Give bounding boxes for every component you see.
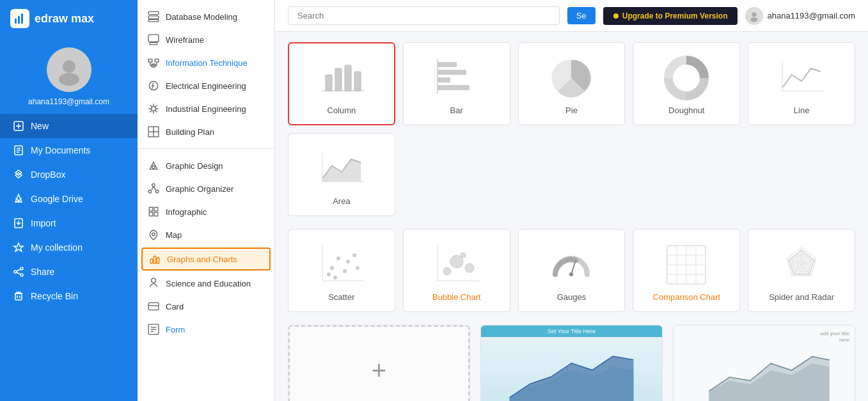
svg-rect-61 — [149, 212, 153, 216]
chart-type-doughnut[interactable]: Doughnut — [633, 42, 740, 125]
svg-rect-78 — [345, 65, 351, 91]
middle-nav-item-industrial-engineering[interactable]: Industrial Engineering — [138, 97, 274, 120]
chart-type-spider[interactable]: Spider and Radar — [748, 229, 855, 312]
chart-type-bar[interactable]: Bar — [403, 42, 510, 125]
svg-line-57 — [152, 187, 154, 191]
middle-nav-item-graphic-organizer[interactable]: Graphic Organizer — [138, 177, 274, 200]
middle-nav-item-map[interactable]: Map — [138, 223, 274, 246]
user-email: ahana1193@gmail.com — [767, 11, 855, 20]
area-label: Area — [333, 196, 350, 206]
chart-type-line[interactable]: Line — [748, 42, 855, 125]
middle-nav-item-database-modeling[interactable]: Database Modeling — [138, 5, 274, 28]
svg-rect-33 — [148, 59, 152, 62]
svg-rect-77 — [335, 68, 342, 91]
svg-rect-34 — [155, 59, 159, 62]
middle-nav-item-science-and-education[interactable]: Science and Education — [138, 272, 274, 295]
svg-point-93 — [330, 266, 334, 270]
middle-nav-item-wireframe[interactable]: Wireframe — [138, 28, 274, 51]
svg-marker-19 — [14, 243, 23, 251]
chart-type-column[interactable]: Column — [288, 42, 395, 125]
template-area-energy[interactable]: Set Your Title Here Area Chart - Energy … — [480, 325, 663, 401]
topbar: Se Upgrade to Premium Version ahana1193@… — [275, 0, 868, 32]
middle-nav-label: Card — [166, 302, 184, 311]
chart-area: Column Bar — [275, 32, 868, 401]
svg-rect-76 — [326, 75, 332, 91]
svg-rect-79 — [354, 72, 361, 91]
pie-label: Pie — [565, 106, 578, 115]
middle-nav-label: Infographic — [166, 207, 207, 217]
sidebar-item-new[interactable]: New — [0, 114, 138, 138]
svg-rect-0 — [15, 19, 17, 24]
svg-rect-1 — [18, 16, 20, 24]
svg-rect-82 — [438, 70, 466, 75]
logo-text: edraw max — [35, 12, 94, 26]
user-info: ahana1193@gmail.com — [745, 7, 855, 25]
comparison-label: Comparison Chart — [653, 292, 721, 302]
svg-rect-81 — [438, 62, 457, 67]
middle-nav-item-electrical-engineering[interactable]: Electrical Engineering — [138, 74, 274, 97]
sidebar-item-my-documents-label: My Documents — [31, 145, 90, 155]
middle-nav-item-card[interactable]: Card — [138, 295, 274, 318]
chart-type-pie[interactable]: Pie — [518, 42, 626, 125]
template-grid: + Set Your Title Here Area Chart - Energ… — [288, 325, 855, 401]
svg-line-46 — [150, 105, 152, 107]
sidebar-item-import[interactable]: Import — [0, 211, 138, 235]
new-template-card[interactable]: + — [288, 325, 470, 401]
chart-type-gauges[interactable]: Gauges — [518, 229, 626, 312]
sidebar-item-recycle-bin[interactable]: Recycle Bin — [0, 284, 138, 308]
middle-nav-item-graphs-and-charts[interactable]: Graphs and Charts — [141, 248, 271, 271]
svg-point-53 — [152, 166, 155, 169]
doughnut-label: Doughnut — [668, 106, 704, 115]
sidebar-item-dropbox[interactable]: DropBox — [0, 162, 138, 187]
svg-point-55 — [148, 190, 152, 193]
middle-nav-item-infographic[interactable]: Infographic — [138, 200, 274, 223]
search-button[interactable]: Se — [567, 7, 596, 24]
svg-point-75 — [751, 17, 758, 22]
gauges-label: Gauges — [557, 292, 587, 302]
svg-rect-30 — [148, 20, 159, 22]
sidebar-item-my-documents[interactable]: My Documents — [0, 138, 138, 162]
middle-nav-item-form[interactable]: Form — [138, 318, 274, 341]
svg-point-22 — [20, 274, 23, 276]
middle-nav-label: Graphic Design — [166, 161, 223, 171]
line-label: Line — [794, 106, 810, 115]
sidebar-item-share[interactable]: Share — [0, 260, 138, 284]
middle-nav-item-graphic-design[interactable]: Graphic Design — [138, 154, 274, 177]
chart-type-bubble[interactable]: Bubble Chart — [403, 229, 510, 312]
logo[interactable]: edraw max — [0, 0, 138, 37]
chart-type-comparison[interactable]: Comparison Chart — [633, 229, 740, 312]
template-area-fade[interactable]: add your titlehere Area Chart - Fade Fre… — [673, 325, 855, 401]
svg-rect-84 — [438, 85, 470, 90]
dropbox-icon — [13, 169, 24, 180]
pie-chart-icon — [549, 56, 594, 100]
middle-nav-label: Electrical Engineering — [166, 81, 246, 91]
doughnut-chart-icon — [664, 56, 709, 100]
svg-point-97 — [352, 253, 356, 257]
sidebar-item-google-drive-label: Google Drive — [31, 194, 83, 204]
chart-type-scatter[interactable]: Scatter — [288, 229, 395, 312]
svg-point-41 — [152, 107, 156, 111]
avatar-section: ahana1193@gmail.com — [0, 37, 138, 114]
svg-rect-64 — [150, 259, 152, 263]
svg-rect-31 — [148, 35, 159, 42]
svg-rect-60 — [154, 207, 158, 211]
svg-rect-32 — [150, 43, 157, 45]
svg-point-54 — [152, 184, 155, 187]
upgrade-button[interactable]: Upgrade to Premium Version — [603, 7, 738, 25]
svg-point-100 — [333, 276, 337, 279]
sidebar-nav: New My Documents DropBox — [0, 114, 138, 401]
bubble-label: Bubble Chart — [432, 292, 481, 302]
sidebar-item-google-drive[interactable]: Google Drive — [0, 187, 138, 211]
sidebar-item-my-collection[interactable]: My collection — [0, 235, 138, 260]
avatar — [47, 47, 91, 92]
svg-rect-66 — [157, 258, 159, 263]
plus-icon: + — [372, 356, 386, 385]
middle-nav-label: Database Modeling — [166, 12, 237, 22]
middle-nav-item-information-technique[interactable]: Information Technique — [138, 51, 274, 74]
middle-nav-label: Form — [166, 325, 185, 334]
new-template-preview: + — [288, 326, 470, 401]
middle-nav-item-building-plan[interactable]: Building Plan — [138, 120, 274, 143]
search-input[interactable] — [288, 6, 560, 25]
column-chart-icon — [319, 56, 364, 100]
chart-type-area[interactable]: Area — [288, 133, 395, 216]
